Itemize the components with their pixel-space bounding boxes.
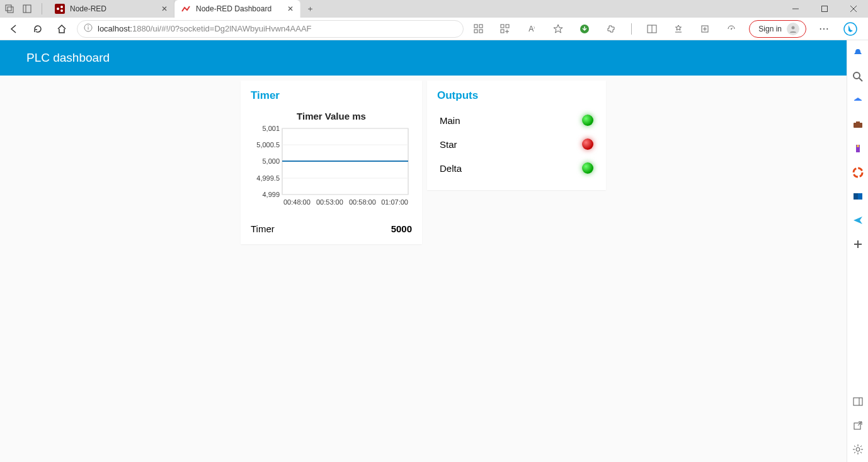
signin-button[interactable]: Sign in (749, 20, 806, 38)
svg-point-54 (856, 448, 860, 451)
search-icon[interactable] (852, 70, 864, 83)
svg-rect-19 (501, 25, 504, 28)
extensions-icon[interactable] (602, 20, 620, 38)
svg-point-31 (731, 28, 732, 30)
svg-point-46 (854, 168, 862, 177)
open-external-icon[interactable] (852, 419, 864, 432)
x-tick: 00:53:00 (316, 198, 343, 206)
y-tick: 4,999 (262, 191, 280, 198)
shopping-icon[interactable] (852, 94, 864, 107)
dashboard-header: PLC dashboard (0, 40, 847, 76)
signin-label: Sign in (758, 25, 782, 33)
url-host: localhost: (98, 24, 132, 33)
tab-actions-icon[interactable] (4, 3, 15, 14)
svg-point-32 (792, 26, 795, 29)
sidebar-toggle-icon[interactable] (852, 395, 864, 408)
led-indicator (582, 115, 593, 126)
tab-node-red[interactable]: Node-RED ✕ (49, 0, 174, 18)
close-icon[interactable]: ✕ (161, 4, 168, 13)
svg-rect-4 (55, 4, 65, 14)
vertical-tabs-icon[interactable] (21, 3, 33, 14)
apps-icon[interactable] (470, 20, 488, 38)
svg-point-7 (60, 9, 63, 12)
collections-icon[interactable] (696, 20, 714, 38)
card-title: Timer (251, 89, 412, 102)
close-icon[interactable]: ✕ (287, 4, 294, 13)
svg-point-45 (857, 145, 859, 147)
svg-rect-42 (854, 123, 862, 128)
svg-line-60 (860, 452, 862, 453)
y-tick: 5,000.5 (256, 141, 280, 149)
nav-home-button[interactable] (53, 20, 71, 38)
settings-icon[interactable] (852, 443, 864, 456)
led-indicator (582, 138, 593, 150)
add-sidebar-icon[interactable] (852, 238, 864, 251)
tab-label: Node-RED (70, 4, 156, 13)
svg-line-41 (859, 78, 862, 81)
site-info-icon[interactable] (84, 23, 93, 34)
tab-label: Node-RED Dashboard (196, 4, 282, 13)
more-menu-button[interactable]: ⋯ (815, 20, 833, 38)
svg-line-59 (854, 446, 855, 447)
games-icon[interactable] (852, 142, 864, 155)
nodered-icon (55, 4, 65, 14)
y-tick: 5,001 (262, 125, 280, 132)
performance-icon[interactable] (722, 20, 740, 38)
split-screen-icon[interactable] (643, 20, 661, 38)
add-app-icon[interactable] (496, 20, 514, 38)
y-tick: 4,999.5 (256, 174, 280, 182)
window-close-button[interactable] (839, 0, 868, 18)
tab-node-red-dashboard[interactable]: Node-RED Dashboard ✕ (174, 0, 300, 18)
browser-titlebar: Node-RED ✕ Node-RED Dashboard ✕ ＋ (0, 0, 868, 18)
svg-rect-0 (6, 5, 11, 11)
svg-point-33 (844, 23, 857, 35)
output-label: Star (440, 139, 457, 150)
svg-rect-18 (479, 30, 483, 33)
svg-point-6 (60, 6, 63, 8)
dashboard-icon (181, 4, 191, 14)
notifications-icon[interactable] (852, 47, 864, 59)
favorites-list-icon[interactable] (670, 20, 687, 38)
nav-back-button[interactable] (5, 20, 23, 38)
page-title: PLC dashboard (26, 51, 110, 65)
led-indicator (582, 162, 593, 174)
url-field[interactable]: localhost:1880/ui/#!/0?socketid=Dg2lNAWb… (77, 20, 464, 38)
window-minimize-button[interactable] (781, 0, 810, 18)
svg-rect-48 (854, 193, 858, 200)
tools-icon[interactable] (852, 118, 864, 131)
timer-chart: 5,001 5,000.5 5,000 4,999.5 4,999 00:48:… (251, 125, 412, 207)
idm-icon[interactable] (576, 20, 593, 38)
office-icon[interactable] (852, 166, 864, 179)
x-tick: 00:48:00 (283, 198, 311, 206)
bing-icon[interactable] (842, 20, 859, 38)
svg-rect-17 (474, 30, 477, 33)
output-label: Main (440, 115, 460, 126)
outputs-card: Outputs Main Star Delta (427, 81, 606, 190)
edge-right-sidebar (847, 40, 868, 462)
window-maximize-button[interactable] (810, 0, 839, 18)
y-tick: 5,000 (262, 157, 280, 165)
output-row-delta: Delta (437, 156, 596, 180)
output-label: Delta (440, 163, 462, 174)
card-title: Outputs (437, 89, 596, 102)
outlook-icon[interactable] (852, 190, 864, 203)
svg-rect-15 (474, 25, 477, 28)
svg-line-61 (854, 452, 855, 453)
chart-title: Timer Value ms (251, 111, 412, 121)
svg-rect-9 (822, 6, 828, 12)
svg-point-14 (88, 25, 89, 26)
address-bar: localhost:1880/ui/#!/0?socketid=Dg2lNAWb… (0, 18, 868, 40)
new-tab-button[interactable]: ＋ (300, 0, 319, 18)
svg-rect-43 (856, 121, 860, 123)
nav-refresh-button[interactable] (29, 20, 47, 38)
timer-card: Timer Timer Value ms 5,001 5,000.5 5,0 (241, 81, 422, 244)
favorite-icon[interactable] (549, 20, 567, 38)
timer-value: 5000 (391, 223, 412, 234)
send-icon[interactable] (852, 214, 864, 227)
svg-rect-16 (479, 25, 483, 28)
svg-rect-21 (501, 30, 504, 33)
x-tick: 01:07:00 (381, 198, 408, 206)
read-aloud-icon[interactable]: A⁾ (523, 20, 540, 38)
svg-rect-2 (23, 5, 31, 13)
svg-point-40 (854, 72, 860, 79)
